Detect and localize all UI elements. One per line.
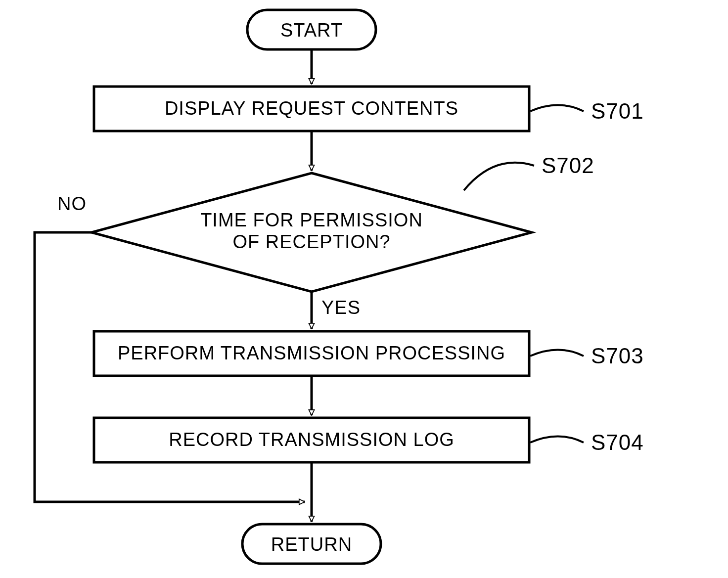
s701-text: DISPLAY REQUEST CONTENTS: [165, 98, 458, 119]
s701-node: DISPLAY REQUEST CONTENTS: [94, 87, 529, 131]
s703-steplabel: S703: [591, 344, 644, 368]
s704-text: RECORD TRANSMISSION LOG: [169, 429, 455, 450]
s703-node: PERFORM TRANSMISSION PROCESSING: [94, 331, 529, 376]
return-node: RETURN: [242, 524, 381, 564]
s704-steplabel: S704: [591, 430, 644, 454]
return-label: RETURN: [271, 534, 352, 555]
s702-line1: TIME FOR PERMISSION: [200, 210, 423, 230]
s702-line2: OF RECEPTION?: [232, 231, 390, 252]
flowchart: START DISPLAY REQUEST CONTENTS S701 TIME…: [0, 0, 728, 578]
s703-text: PERFORM TRANSMISSION PROCESSING: [118, 343, 505, 363]
start-node: START: [247, 10, 376, 49]
s702-node: TIME FOR PERMISSION OF RECEPTION?: [91, 173, 532, 292]
start-label: START: [280, 20, 343, 41]
branch-no-label: NO: [57, 193, 87, 214]
leader-s703: [530, 350, 584, 356]
branch-yes-label: YES: [321, 297, 361, 318]
s702-steplabel: S702: [542, 153, 594, 178]
s704-node: RECORD TRANSMISSION LOG: [94, 418, 529, 462]
leader-s704: [530, 437, 584, 443]
s701-steplabel: S701: [591, 99, 644, 123]
leader-s702: [464, 163, 534, 190]
leader-s701: [530, 105, 584, 112]
